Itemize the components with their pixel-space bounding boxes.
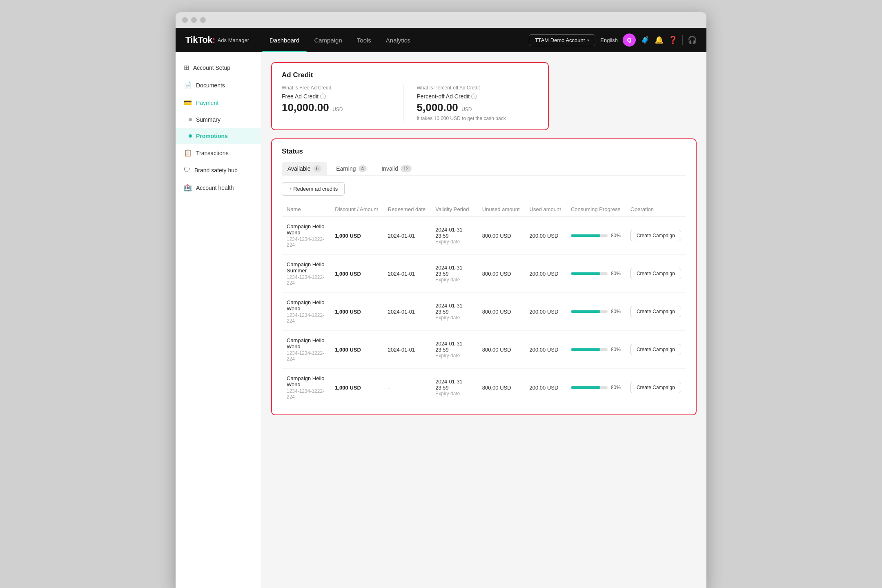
credit-columns: What is Free Ad Credit Free Ad Credit i … <box>282 85 538 121</box>
cell-discount-1: 1,000 USD <box>330 255 383 293</box>
sidebar-item-documents[interactable]: 📄 Documents <box>176 76 261 94</box>
language-label: English <box>600 37 618 43</box>
cell-name-2: Campaign Hello World 1234-1234-1222-224 <box>282 293 330 331</box>
free-credit-amount: 10,000.00 <box>282 101 329 114</box>
nav-items: Dashboard Campaign Tools Analytics <box>262 28 529 52</box>
progress-fill-1 <box>571 272 600 275</box>
percent-credit-info-icon[interactable]: i <box>471 94 477 99</box>
cell-operation-3: Create Campaign <box>626 331 686 369</box>
percent-credit-label: What is Percent-off Ad Credit <box>417 85 532 91</box>
avatar: Q <box>623 33 636 47</box>
nav-dashboard[interactable]: Dashboard <box>262 28 307 52</box>
cell-discount-3: 1,000 USD <box>330 331 383 369</box>
cell-discount-0: 1,000 USD <box>330 217 383 255</box>
briefcase-icon[interactable]: 🧳 <box>641 36 650 45</box>
logo-colon: : <box>212 35 215 45</box>
free-credit-info-icon[interactable]: i <box>320 94 326 99</box>
cell-unused-1: 800.00 USD <box>477 255 525 293</box>
table-body: Campaign Hello World 1234-1234-1222-224 … <box>282 217 686 407</box>
percent-ad-credit-col: What is Percent-off Ad Credit Percent-of… <box>410 85 539 121</box>
percent-credit-name: Percent-off Ad Credit i <box>417 93 532 100</box>
nav-divider <box>682 35 683 45</box>
cell-used-1: 200.00 USD <box>525 255 566 293</box>
col-unused: Unused amount <box>477 202 525 217</box>
tab-earning[interactable]: Earning 4 <box>330 162 372 175</box>
create-campaign-button-3[interactable]: Create Campaign <box>630 344 681 355</box>
create-campaign-button-1[interactable]: Create Campaign <box>630 268 681 279</box>
progress-fill-4 <box>571 386 600 389</box>
help-icon[interactable]: ❓ <box>668 36 677 45</box>
health-icon: 🏥 <box>184 184 192 192</box>
free-credit-name: Free Ad Credit i <box>282 93 397 100</box>
cell-used-3: 200.00 USD <box>525 331 566 369</box>
tab-invalid-badge: 12 <box>401 165 412 172</box>
cell-operation-4: Create Campaign <box>626 369 686 407</box>
cell-progress-2: 80% <box>566 293 626 331</box>
sidebar-item-transactions[interactable]: 📋 Transactions <box>176 144 261 162</box>
nav-tools[interactable]: Tools <box>350 28 379 52</box>
tab-available[interactable]: Available 6 <box>282 162 327 175</box>
status-title: Status <box>282 147 686 156</box>
cell-operation-1: Create Campaign <box>626 255 686 293</box>
cell-discount-2: 1,000 USD <box>330 293 383 331</box>
create-campaign-button-4[interactable]: Create Campaign <box>630 382 681 393</box>
logo-sub: Ads Manager <box>218 37 249 43</box>
sidebar-item-brand-safety[interactable]: 🛡 Brand safety hub <box>176 162 261 179</box>
cell-used-4: 200.00 USD <box>525 369 566 407</box>
sidebar-item-promotions[interactable]: Promotions <box>176 128 261 144</box>
progress-fill-3 <box>571 348 600 351</box>
percent-credit-note: It takes 10,000 USD to get the cash back <box>417 116 532 121</box>
percent-credit-currency: USD <box>461 107 472 112</box>
ad-credit-title: Ad Credit <box>282 71 538 79</box>
nav-analytics[interactable]: Analytics <box>379 28 418 52</box>
tab-available-badge: 6 <box>313 165 322 172</box>
tab-invalid[interactable]: Invalid 12 <box>376 162 417 175</box>
col-name: Name <box>282 202 330 217</box>
cell-redeemed-2: 2024-01-01 <box>383 293 431 331</box>
cell-redeemed-0: 2024-01-01 <box>383 217 431 255</box>
progress-fill-2 <box>571 310 600 313</box>
logo: TikTok: Ads Manager <box>185 35 249 45</box>
sidebar: ⊞ Account Setup 📄 Documents 💳 Payment Su… <box>176 52 261 588</box>
col-operation: Operation <box>626 202 686 217</box>
table-row: Campaign Hello World 1234-1234-1222-224 … <box>282 293 686 331</box>
chevron-down-icon: ▾ <box>587 38 589 42</box>
sidebar-item-summary[interactable]: Summary <box>176 111 261 128</box>
col-used: Used amount <box>525 202 566 217</box>
table-header: Name Discount / Amount Redeemed date Val… <box>282 202 686 217</box>
cell-unused-0: 800.00 USD <box>477 217 525 255</box>
nav-campaign[interactable]: Campaign <box>307 28 349 52</box>
main-layout: ⊞ Account Setup 📄 Documents 💳 Payment Su… <box>176 52 706 588</box>
nav-right: TTAM Demo Account ▾ English Q 🧳 🔔 ❓ 🎧 <box>529 33 697 47</box>
sidebar-item-account-setup[interactable]: ⊞ Account Setup <box>176 59 261 76</box>
sidebar-item-account-health[interactable]: 🏥 Account health <box>176 179 261 196</box>
table: Name Discount / Amount Redeemed date Val… <box>282 202 686 406</box>
create-campaign-button-0[interactable]: Create Campaign <box>630 230 681 241</box>
user-icon[interactable]: 🎧 <box>688 36 697 45</box>
cell-discount-4: 1,000 USD <box>330 369 383 407</box>
account-selector[interactable]: TTAM Demo Account ▾ <box>529 34 596 46</box>
create-campaign-button-2[interactable]: Create Campaign <box>630 306 681 317</box>
promotions-table: Name Discount / Amount Redeemed date Val… <box>282 202 686 406</box>
sidebar-item-payment[interactable]: 💳 Payment <box>176 94 261 111</box>
cell-operation-2: Create Campaign <box>626 293 686 331</box>
browser-dot-minimize <box>191 17 197 23</box>
redeem-ad-credits-button[interactable]: + Redeem ad credits <box>282 182 345 196</box>
ad-credit-card: Ad Credit What is Free Ad Credit Free Ad… <box>271 62 549 130</box>
bell-icon[interactable]: 🔔 <box>655 36 664 45</box>
browser-window: TikTok: Ads Manager Dashboard Campaign T… <box>176 12 706 588</box>
cell-used-0: 200.00 USD <box>525 217 566 255</box>
cell-redeemed-4: - <box>383 369 431 407</box>
cell-name-0: Campaign Hello World 1234-1234-1222-224 <box>282 217 330 255</box>
status-card: Status Available 6 Earning 4 Invalid 12 <box>271 138 697 415</box>
free-ad-credit-col: What is Free Ad Credit Free Ad Credit i … <box>282 85 404 121</box>
percent-credit-amount-wrap: 5,000.00 USD <box>417 101 532 114</box>
wallet-icon: 💳 <box>184 99 192 107</box>
list-icon: 📋 <box>184 149 192 157</box>
status-tabs: Available 6 Earning 4 Invalid 12 <box>282 162 686 176</box>
table-row: Campaign Hello World 1234-1234-1222-224 … <box>282 369 686 407</box>
col-redeemed: Redeemed date <box>383 202 431 217</box>
cell-validity-1: 2024-01-31 23:59 Expiry date <box>430 255 477 293</box>
cell-unused-2: 800.00 USD <box>477 293 525 331</box>
cell-used-2: 200.00 USD <box>525 293 566 331</box>
